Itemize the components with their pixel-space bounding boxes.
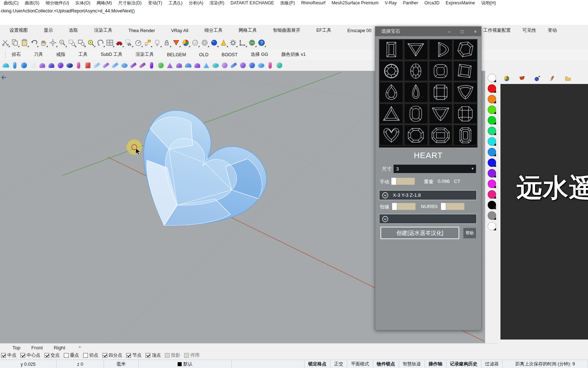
gem-shape-tile-heart[interactable] bbox=[380, 125, 403, 145]
gem-tool-icon-mask-blue[interactable] bbox=[256, 61, 266, 70]
gem-shape-tile-half-moon[interactable] bbox=[429, 40, 452, 60]
gem-tool-icon-cup-blue[interactable] bbox=[202, 61, 211, 70]
toolbar-icon-render[interactable] bbox=[115, 38, 124, 48]
toolbar-icon-annotate[interactable] bbox=[143, 38, 152, 48]
gem-tool-icon-bolt-violet[interactable] bbox=[147, 61, 156, 70]
nurbs-checkbox[interactable] bbox=[441, 203, 446, 210]
tab-belgem[interactable]: BELGEM bbox=[167, 52, 186, 57]
viewport-tab-front[interactable]: Front bbox=[31, 345, 43, 350]
palette-color-black[interactable] bbox=[488, 201, 496, 209]
gem-tool-icon-crown-violet[interactable] bbox=[193, 61, 202, 70]
gem-shape-tile-shield[interactable] bbox=[454, 83, 477, 102]
menu-item-说明h[interactable]: 说明(H) bbox=[481, 0, 496, 6]
gem-tool-icon-cluster-green[interactable] bbox=[156, 61, 165, 70]
status-cell-z-0[interactable]: z 0 bbox=[57, 360, 104, 368]
extra-section-bar[interactable] bbox=[379, 214, 477, 224]
osnap-toggle-交点[interactable]: 交点 bbox=[45, 352, 60, 359]
menu-item-曲线c[interactable]: 曲线(C) bbox=[4, 0, 19, 6]
gem-shape-tile-octagon[interactable] bbox=[405, 125, 428, 145]
tab-戒指[interactable]: 戒指 bbox=[56, 51, 65, 58]
gem-shape-tile-octagon-rect[interactable] bbox=[454, 104, 477, 124]
toolbar-icon-undo[interactable] bbox=[29, 38, 39, 48]
status-cell-智慧轨迹[interactable]: 智慧轨迹 bbox=[399, 360, 425, 368]
gem-tool-icon-bowl-blue[interactable] bbox=[183, 61, 193, 70]
gem-shape-tile-emerald[interactable] bbox=[454, 125, 477, 145]
tab-变动[interactable]: 变动 bbox=[548, 27, 557, 34]
toolbar-icon-cone[interactable] bbox=[219, 38, 228, 48]
toolbar-icon-zoom-window[interactable] bbox=[67, 38, 77, 48]
gem-shape-tile-triangle[interactable] bbox=[380, 104, 403, 124]
help-button[interactable]: 帮助 bbox=[463, 227, 476, 239]
tab-细分工具[interactable]: 细分工具 bbox=[204, 27, 223, 34]
tab-ef工具[interactable]: EF工具 bbox=[316, 27, 331, 34]
toolbar-icon-help[interactable]: ? bbox=[257, 38, 266, 48]
menu-item-曲面s[interactable]: 曲面(S) bbox=[25, 0, 39, 6]
gem-tool-icon-bean-navy[interactable] bbox=[65, 61, 74, 70]
toolbar-icon-zoom-extents[interactable] bbox=[77, 38, 86, 48]
tab-智能曲面展开[interactable]: 智能曲面展开 bbox=[273, 27, 300, 34]
add-viewport-tab-button[interactable]: + bbox=[78, 344, 81, 350]
tab-选择-gg[interactable]: 选择 GG bbox=[251, 51, 268, 58]
render-preview-panel[interactable]: 远水遥 bbox=[500, 84, 588, 340]
tab-设置视图[interactable]: 设置视图 bbox=[9, 27, 28, 34]
toolbar-icon-earth[interactable] bbox=[247, 38, 257, 48]
gem-shape-tile-triangle-down[interactable] bbox=[405, 40, 428, 60]
tab-subd-工具[interactable]: SubD 工具 bbox=[101, 51, 123, 58]
toolbar-icon-vray[interactable] bbox=[171, 38, 181, 48]
menu-item-渲染r[interactable]: 渲染(R) bbox=[209, 0, 224, 6]
palette-color-spring-green[interactable] bbox=[488, 127, 496, 135]
tab-排石[interactable]: 排石 bbox=[12, 51, 21, 58]
tab-thea-render[interactable]: Thea Render bbox=[128, 28, 155, 33]
gem-tool-icon-tag-red[interactable] bbox=[83, 61, 92, 70]
window-button-minimize[interactable]: – bbox=[446, 29, 452, 34]
window-button-maximize[interactable]: □ bbox=[459, 29, 465, 34]
tab-vray-all[interactable]: VRay All bbox=[171, 28, 188, 33]
menu-item-面板p[interactable]: 面板(P) bbox=[280, 0, 295, 6]
osnap-toggle-垂点[interactable]: 垂点 bbox=[64, 352, 79, 359]
menu-item-mesh2surface-premium[interactable]: Mesh2Surface Premium bbox=[332, 0, 379, 5]
nurbs-input[interactable] bbox=[446, 203, 464, 210]
gem-tool-icon-sphere-blue[interactable] bbox=[19, 61, 28, 70]
toolbar-icon-protractor[interactable] bbox=[134, 38, 143, 48]
palette-color-cyan[interactable] bbox=[488, 137, 496, 146]
toolbar-icon-light[interactable] bbox=[152, 38, 162, 48]
toolbar-icon-gear[interactable] bbox=[228, 38, 238, 48]
status-cell-y-0.025[interactable]: y 0.025 bbox=[0, 360, 57, 368]
status-cell-正交[interactable]: 正交 bbox=[330, 360, 347, 368]
gem-tool-icon-gear-violet[interactable] bbox=[238, 61, 247, 70]
gem-shape-tile-oval[interactable] bbox=[405, 61, 428, 81]
window-button-close[interactable]: × bbox=[472, 29, 478, 34]
tab-颜色切换-v1[interactable]: 颜色切换 v1 bbox=[281, 51, 306, 58]
status-cell-距离上次保存的时间-分钟:-9[interactable]: 距离上次保存的时间 (分钟): 9 bbox=[503, 360, 588, 368]
position-section-bar[interactable]: X-3 Y-3 Z-1.8 bbox=[379, 190, 477, 200]
palette-color-magenta[interactable] bbox=[488, 180, 496, 188]
gem-tool-icon-beads-plum[interactable] bbox=[138, 61, 147, 70]
toolbar-icon-gumball[interactable] bbox=[238, 38, 247, 48]
viewport-tab-top[interactable]: Top bbox=[12, 345, 20, 350]
toolbar-icon-sphere-wire[interactable] bbox=[200, 38, 209, 48]
gem-tool-icon-wrap-blue[interactable] bbox=[120, 61, 129, 70]
gem-shape-tile-round[interactable] bbox=[380, 61, 403, 81]
gem-tool-icon-chart-blue[interactable] bbox=[229, 61, 238, 70]
toolbar-icon-undo-view[interactable] bbox=[96, 38, 105, 48]
toolbar-icon-render-region[interactable] bbox=[124, 38, 134, 48]
menu-item-panther[interactable]: Panther bbox=[403, 0, 418, 5]
gem-tool-icon-basket-purple[interactable] bbox=[174, 61, 183, 70]
toolbar-icon-color-wheel[interactable] bbox=[181, 38, 190, 48]
gem-tool-icon-half-cylinder-teal[interactable] bbox=[1, 61, 10, 70]
tab-渲染工具[interactable]: 渲染工具 bbox=[94, 27, 112, 34]
gem-shape-tile-tapered-baguette[interactable] bbox=[454, 61, 477, 81]
gem-shape-tile-trillion-down[interactable] bbox=[429, 104, 452, 124]
status-cell-平面模式[interactable]: 平面模式 bbox=[347, 360, 373, 368]
palette-color-azure[interactable] bbox=[488, 148, 496, 156]
menu-item-变动t[interactable]: 变动(T) bbox=[148, 0, 162, 6]
gem-tool-icon-sphere-violet[interactable] bbox=[56, 61, 65, 70]
panel-icon-color-wheel[interactable] bbox=[503, 75, 510, 82]
command-area[interactable]: cking.UserActionCollector.<UploadReportA… bbox=[0, 6, 588, 25]
menu-item-datakit-exchange[interactable]: DATAKIT EXCHANGE bbox=[231, 0, 274, 5]
toolbar-icon-viewport-layout[interactable] bbox=[105, 38, 115, 48]
osnap-toggle-四分点[interactable]: 四分点 bbox=[102, 352, 123, 359]
status-cell-过滤器[interactable]: 过滤器 bbox=[481, 360, 503, 368]
toolbar-icon-paste[interactable] bbox=[20, 38, 29, 48]
gem-shape-tile-pear[interactable] bbox=[380, 83, 403, 102]
